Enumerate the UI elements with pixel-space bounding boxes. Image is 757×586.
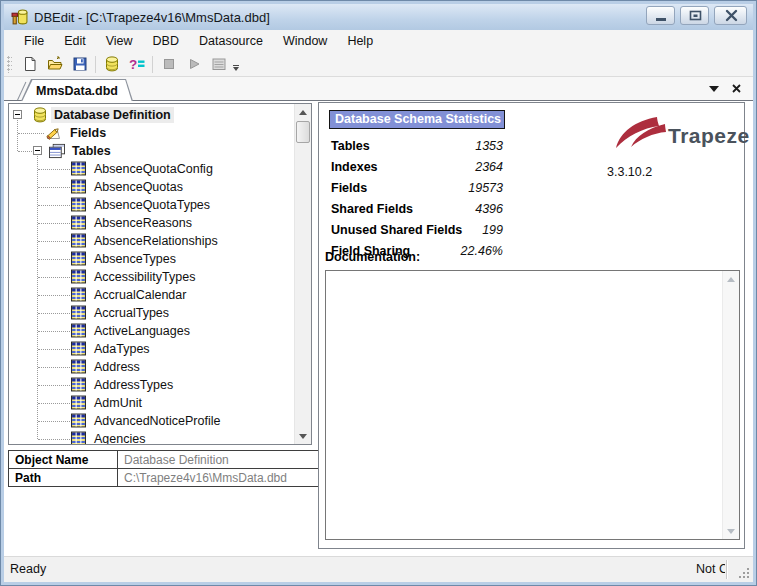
toolbar-grip[interactable] bbox=[7, 56, 12, 73]
tree-item-table[interactable]: AdmUnit bbox=[9, 394, 294, 412]
resize-grip[interactable] bbox=[738, 567, 751, 580]
documentation-label: Documentation: bbox=[325, 250, 420, 264]
tab-label: MmsData.dbd bbox=[21, 79, 133, 101]
stat-row: Shared Fields4396 bbox=[331, 198, 503, 219]
tree-item-database-definition[interactable]: Database Definition bbox=[9, 106, 294, 124]
table-icon bbox=[71, 179, 86, 194]
tree-item-table[interactable]: Agencies bbox=[9, 430, 294, 444]
table-icon bbox=[71, 233, 86, 248]
documentation-scrollbar bbox=[722, 271, 739, 539]
menu-item-help[interactable]: Help bbox=[337, 31, 383, 51]
trapeze-logo-text: Trapeze bbox=[668, 124, 750, 148]
stop-icon bbox=[161, 56, 177, 72]
scroll-down-icon[interactable] bbox=[295, 428, 311, 444]
key-properties-icon bbox=[129, 56, 145, 72]
tab-controls bbox=[709, 77, 741, 100]
open-file-icon bbox=[47, 56, 63, 72]
tab-list-dropdown-icon[interactable] bbox=[709, 86, 719, 92]
tab-mmsdata[interactable]: MmsData.dbd bbox=[21, 79, 133, 101]
toolbar-overflow-button[interactable] bbox=[233, 65, 239, 72]
tree-item-tables[interactable]: Tables bbox=[9, 142, 294, 160]
documentation-textarea[interactable] bbox=[325, 270, 740, 540]
tree-item-table[interactable]: AdaTypes bbox=[9, 340, 294, 358]
table-icon bbox=[71, 287, 86, 302]
tab-close-icon[interactable] bbox=[732, 84, 741, 93]
save-icon bbox=[72, 56, 88, 72]
stat-row: Fields19573 bbox=[331, 177, 503, 198]
new-document-icon bbox=[22, 56, 38, 72]
table-icon bbox=[71, 269, 86, 284]
table-icon bbox=[71, 377, 86, 392]
save-button[interactable] bbox=[67, 53, 92, 75]
menu-item-view[interactable]: View bbox=[96, 31, 143, 51]
window-frame: DBEdit - [C:\Trapeze4v16\MmsData.dbd] bbox=[0, 0, 757, 586]
property-value: Database Definition bbox=[118, 451, 319, 469]
run-icon bbox=[186, 56, 202, 72]
client-area: Database Definition Fields Tables Absenc… bbox=[4, 100, 753, 556]
collapse-icon[interactable] bbox=[13, 110, 22, 119]
toolbar-separator bbox=[152, 56, 153, 73]
scrollbar-thumb[interactable] bbox=[296, 121, 310, 143]
tree-item-table[interactable]: AdvancedNoticeProfile bbox=[9, 412, 294, 430]
table-icon bbox=[71, 413, 86, 428]
trapeze-swoosh-icon bbox=[615, 116, 667, 156]
window-controls bbox=[646, 6, 747, 25]
trapeze-logo: Trapeze bbox=[615, 116, 750, 156]
stats-header: Database Schema Statistics bbox=[329, 110, 505, 129]
open-file-button[interactable] bbox=[42, 53, 67, 75]
tree-item-table[interactable]: AccrualCalendar bbox=[9, 286, 294, 304]
schema-tree: Database Definition Fields Tables Absenc… bbox=[9, 104, 294, 444]
tree-item-table[interactable]: AbsenceQuotaTypes bbox=[9, 196, 294, 214]
scroll-up-icon[interactable] bbox=[295, 104, 311, 120]
menu-bar: File Edit View DBD Datasource Window Hel… bbox=[4, 30, 753, 52]
tree-panel: Database Definition Fields Tables Absenc… bbox=[8, 103, 312, 445]
close-button[interactable] bbox=[714, 6, 747, 25]
menu-item-edit[interactable]: Edit bbox=[54, 31, 96, 51]
table-icon bbox=[71, 323, 86, 338]
tree-item-table[interactable]: AbsenceTypes bbox=[9, 250, 294, 268]
table-icon bbox=[71, 341, 86, 356]
report-icon bbox=[211, 56, 227, 72]
minimize-icon bbox=[647, 6, 674, 25]
tree-item-table[interactable]: Address bbox=[9, 358, 294, 376]
menu-item-datasource[interactable]: Datasource bbox=[189, 31, 273, 51]
maximize-button[interactable] bbox=[680, 6, 709, 25]
stop-button bbox=[156, 53, 181, 75]
table-icon bbox=[71, 197, 86, 212]
tree-item-table[interactable]: AbsenceQuotas bbox=[9, 178, 294, 196]
stat-row: Indexes2364 bbox=[331, 156, 503, 177]
tree-item-table[interactable]: AddressTypes bbox=[9, 376, 294, 394]
tab-bar: MmsData.dbd bbox=[4, 77, 753, 100]
scroll-up-icon bbox=[723, 271, 739, 287]
table-row: Object Name Database Definition bbox=[9, 451, 319, 469]
tree-item-table[interactable]: AbsenceReasons bbox=[9, 214, 294, 232]
table-icon bbox=[71, 359, 86, 374]
table-icon bbox=[71, 161, 86, 176]
collapse-icon[interactable] bbox=[33, 146, 42, 155]
properties-table: Object Name Database Definition Path C:\… bbox=[8, 450, 319, 487]
table-icon bbox=[71, 431, 86, 444]
menu-item-file[interactable]: File bbox=[14, 31, 54, 51]
menu-item-dbd[interactable]: DBD bbox=[143, 31, 189, 51]
new-document-button[interactable] bbox=[17, 53, 42, 75]
tree-scrollbar[interactable] bbox=[294, 104, 311, 444]
key-properties-button[interactable] bbox=[124, 53, 149, 75]
tree-item-table[interactable]: AbsenceQuotaConfig bbox=[9, 160, 294, 178]
table-icon bbox=[71, 251, 86, 266]
table-icon bbox=[71, 305, 86, 320]
minimize-button[interactable] bbox=[646, 6, 675, 25]
tree-item-fields[interactable]: Fields bbox=[9, 124, 294, 142]
menu-item-window[interactable]: Window bbox=[273, 31, 337, 51]
app-window: DBEdit - [C:\Trapeze4v16\MmsData.dbd] bbox=[4, 4, 753, 582]
database-button[interactable] bbox=[99, 53, 124, 75]
tree-item-table[interactable]: AbsenceRelationships bbox=[9, 232, 294, 250]
report-button bbox=[206, 53, 231, 75]
tree-item-table[interactable]: AccessibilityTypes bbox=[9, 268, 294, 286]
table-icon bbox=[71, 395, 86, 410]
maximize-icon bbox=[681, 6, 708, 25]
tree-item-table[interactable]: ActiveLanguages bbox=[9, 322, 294, 340]
tree-item-table[interactable]: AccrualTypes bbox=[9, 304, 294, 322]
property-value: C:\Trapeze4v16\MmsData.dbd bbox=[118, 469, 319, 487]
stat-row: Tables1353 bbox=[331, 135, 503, 156]
fields-pencil-icon bbox=[45, 125, 61, 141]
